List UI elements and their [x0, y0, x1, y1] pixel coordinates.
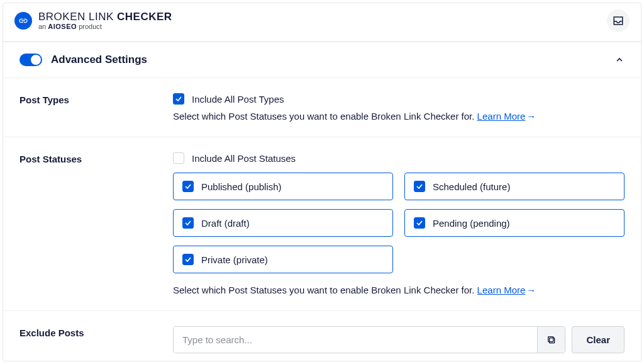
status-published-checkbox[interactable]	[182, 181, 194, 192]
chevron-up-icon[interactable]	[614, 55, 625, 65]
exclude-search-input[interactable]	[174, 327, 537, 353]
include-all-post-types-row[interactable]: Include All Post Types	[173, 93, 625, 105]
clear-button[interactable]: Clear	[572, 326, 625, 353]
app-title-block: BROKEN LINK CHECKER an AIOSEO product	[38, 11, 172, 31]
panel-header[interactable]: Advanced Settings	[3, 42, 641, 78]
status-draft-checkbox[interactable]	[182, 217, 194, 229]
inbox-button[interactable]	[607, 9, 630, 32]
include-all-post-statuses-row[interactable]: Include All Post Statuses	[173, 152, 625, 164]
svg-rect-1	[548, 336, 553, 341]
panel-title: Advanced Settings	[51, 54, 147, 66]
exclude-database-button[interactable]	[537, 327, 565, 353]
status-scheduled[interactable]: Scheduled (future)	[404, 173, 625, 200]
status-pending-checkbox[interactable]	[414, 217, 425, 229]
inbox-icon	[613, 15, 624, 26]
clear-button-label: Clear	[586, 334, 610, 345]
exclude-search-wrap	[173, 326, 565, 353]
status-pending[interactable]: Pending (pending)	[404, 209, 625, 237]
include-all-post-types-label: Include All Post Types	[192, 94, 284, 105]
status-pending-label: Pending (pending)	[433, 218, 510, 229]
status-draft[interactable]: Draft (draft)	[173, 209, 393, 237]
status-private-checkbox[interactable]	[182, 254, 194, 265]
status-scheduled-label: Scheduled (future)	[433, 181, 510, 192]
exclude-posts-label: Exclude Posts	[19, 326, 173, 353]
post-types-learn-more-link[interactable]: Learn More	[477, 111, 526, 122]
app-logo-icon	[14, 12, 32, 30]
include-all-post-types-checkbox[interactable]	[173, 93, 184, 105]
status-draft-label: Draft (draft)	[201, 218, 250, 229]
include-all-post-statuses-label: Include All Post Statuses	[192, 153, 296, 164]
status-published[interactable]: Published (publish)	[173, 173, 393, 200]
advanced-settings-toggle[interactable]	[19, 54, 42, 66]
app-title: BROKEN LINK CHECKER	[38, 11, 172, 23]
arrow-right-icon: →	[526, 285, 536, 295]
status-scheduled-checkbox[interactable]	[414, 181, 425, 192]
post-statuses-helper: Select which Post Statuses you want to e…	[173, 285, 625, 295]
arrow-right-icon: →	[526, 111, 536, 122]
post-types-helper: Select which Post Statuses you want to e…	[173, 111, 625, 122]
status-private-label: Private (private)	[201, 254, 268, 265]
status-private[interactable]: Private (private)	[173, 246, 393, 273]
include-all-post-statuses-checkbox[interactable]	[173, 152, 184, 164]
post-types-label: Post Types	[19, 93, 173, 122]
app-header: BROKEN LINK CHECKER an AIOSEO product	[3, 3, 641, 42]
section-post-types: Post Types Include All Post Types Select…	[3, 78, 641, 137]
status-published-label: Published (publish)	[201, 181, 282, 192]
post-statuses-learn-more-link[interactable]: Learn More	[477, 285, 526, 295]
post-statuses-label: Post Statuses	[19, 152, 173, 295]
svg-rect-0	[550, 338, 555, 343]
section-post-statuses: Post Statuses Include All Post Statuses …	[3, 137, 641, 311]
post-statuses-grid: Published (publish) Scheduled (future) D…	[173, 173, 625, 273]
database-icon	[547, 335, 557, 345]
app-subtitle: an AIOSEO product	[38, 23, 172, 30]
section-exclude-posts: Exclude Posts Clear	[3, 311, 641, 361]
